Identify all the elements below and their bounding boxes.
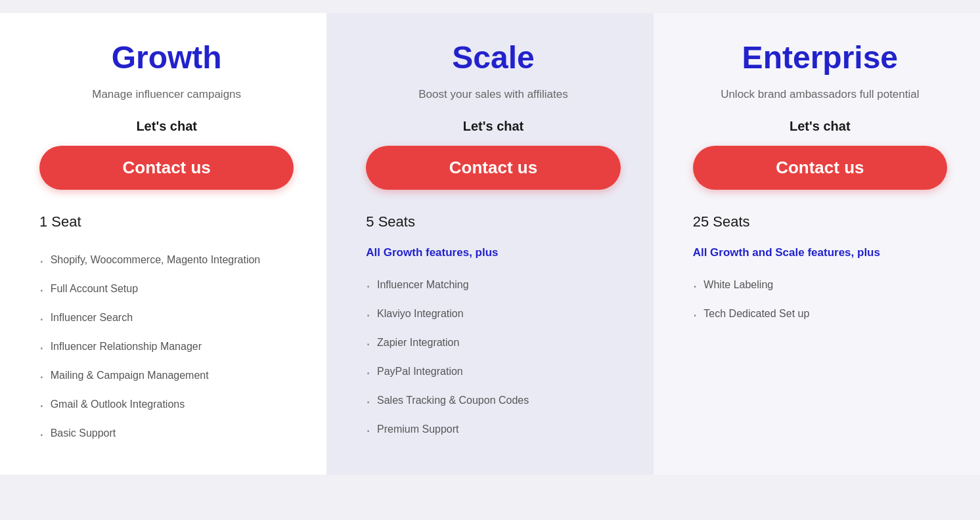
feature-item: Influencer Matching — [366, 271, 620, 300]
feature-item: Zapier Integration — [366, 329, 620, 358]
plan-title-enterprise: Enterprise — [693, 39, 947, 76]
contact-btn-growth[interactable]: Contact us — [39, 146, 294, 190]
pricing-container: Growth Manage influencer campaigns Let's… — [0, 13, 980, 475]
pricing-card-growth: Growth Manage influencer campaigns Let's… — [0, 13, 326, 475]
pricing-card-scale: Scale Boost your sales with affiliates L… — [326, 13, 653, 475]
feature-item: White Labeling — [693, 271, 947, 300]
features-header-scale: All Growth features, plus — [366, 246, 498, 259]
feature-item: Influencer Search — [39, 304, 294, 333]
seats-growth: 1 Seat — [39, 213, 81, 230]
contact-btn-scale[interactable]: Contact us — [366, 146, 620, 190]
feature-item: Tech Dedicated Set up — [693, 300, 947, 329]
plan-title-growth: Growth — [39, 39, 294, 76]
feature-item: Mailing & Campaign Management — [39, 362, 294, 391]
feature-item: Sales Tracking & Coupon Codes — [366, 387, 620, 416]
plan-title-scale: Scale — [366, 39, 620, 76]
feature-item: Klaviyo Integration — [366, 300, 620, 329]
features-list-scale: Influencer MatchingKlaviyo IntegrationZa… — [366, 271, 620, 444]
features-list-growth: Shopify, Woocommerce, Magento Integratio… — [39, 246, 294, 448]
seats-enterprise: 25 Seats — [693, 213, 750, 230]
seats-scale: 5 Seats — [366, 213, 415, 230]
lets-chat-scale: Let's chat — [366, 119, 620, 134]
plan-subtitle-scale: Boost your sales with affiliates — [366, 86, 620, 103]
feature-item: Shopify, Woocommerce, Magento Integratio… — [39, 246, 294, 275]
pricing-card-enterprise: Enterprise Unlock brand ambassadors full… — [654, 13, 980, 475]
plan-subtitle-enterprise: Unlock brand ambassadors full potential — [693, 86, 947, 103]
lets-chat-growth: Let's chat — [39, 119, 294, 134]
plan-subtitle-growth: Manage influencer campaigns — [39, 86, 294, 103]
feature-item: Premium Support — [366, 416, 620, 444]
feature-item: Basic Support — [39, 420, 294, 448]
lets-chat-enterprise: Let's chat — [693, 119, 947, 134]
feature-item: PayPal Integration — [366, 358, 620, 387]
contact-btn-enterprise[interactable]: Contact us — [693, 146, 947, 190]
feature-item: Influencer Relationship Manager — [39, 333, 294, 362]
feature-item: Full Account Setup — [39, 275, 294, 304]
feature-item: Gmail & Outlook Integrations — [39, 391, 294, 420]
features-list-enterprise: White LabelingTech Dedicated Set up — [693, 271, 947, 329]
features-header-enterprise: All Growth and Scale features, plus — [693, 246, 880, 259]
